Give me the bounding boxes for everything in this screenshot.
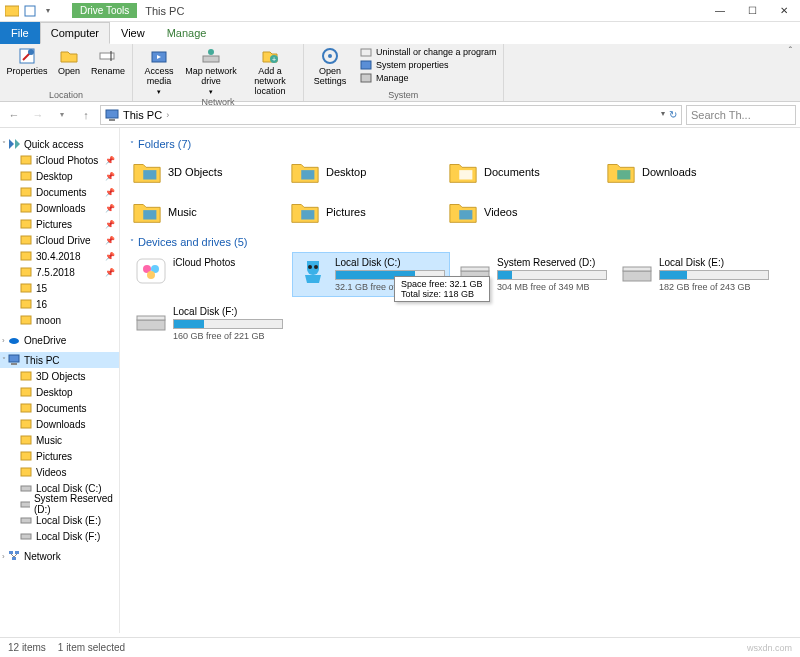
open-button[interactable]: Open — [54, 46, 84, 90]
svg-rect-33 — [9, 355, 19, 362]
address-bar[interactable]: This PC › ▾ ↻ — [100, 105, 682, 125]
address-bar-row: ← → ▾ ↑ This PC › ▾ ↻ Search Th... — [0, 102, 800, 128]
manage-button[interactable]: Manage — [360, 72, 497, 84]
folder-desktop[interactable]: Desktop — [288, 154, 438, 190]
uninstall-button[interactable]: Uninstall or change a program — [360, 46, 497, 58]
folder-videos[interactable]: Videos — [446, 194, 596, 230]
svg-rect-51 — [143, 170, 156, 179]
ribbon-collapse-icon[interactable]: ˆ — [781, 44, 800, 101]
sidebar-onedrive[interactable]: › OneDrive — [0, 332, 119, 348]
context-tab-label: Drive Tools — [72, 3, 137, 18]
sidebar-item-3d-objects[interactable]: 3D Objects — [0, 368, 119, 384]
sidebar-item-pictures[interactable]: Pictures📌 — [0, 216, 119, 232]
folder-documents[interactable]: Documents — [446, 154, 596, 190]
svg-rect-66 — [623, 271, 651, 281]
tab-manage[interactable]: Manage — [156, 22, 218, 44]
chevron-down-icon[interactable]: ˅ — [130, 238, 134, 247]
capacity-bar — [497, 270, 607, 280]
tab-view[interactable]: View — [110, 22, 156, 44]
pin-icon: 📌 — [105, 204, 115, 213]
folder-3d-objects[interactable]: 3D Objects — [130, 154, 280, 190]
system-properties-button[interactable]: System properties — [360, 59, 497, 71]
drive-local-disk-e-[interactable]: Local Disk (E:)182 GB free of 243 GB — [616, 252, 774, 297]
breadcrumb[interactable]: This PC — [123, 109, 162, 121]
folder-pictures[interactable]: Pictures — [288, 194, 438, 230]
chevron-right-icon[interactable]: › — [2, 552, 5, 561]
crumb-sep-icon[interactable]: › — [166, 110, 169, 120]
rename-button[interactable]: Rename — [90, 46, 126, 90]
navigation-pane[interactable]: ˅ Quick access iCloud Photos📌Desktop📌Doc… — [0, 128, 120, 633]
sidebar-item-7-5-2018[interactable]: 7.5.2018📌 — [0, 264, 119, 280]
sidebar-this-pc[interactable]: ˅ This PC — [0, 352, 119, 368]
search-input[interactable]: Search Th... — [686, 105, 796, 125]
drives-section-header[interactable]: ˅ Devices and drives (5) — [130, 236, 790, 248]
sidebar-network[interactable]: › Network — [0, 548, 119, 564]
sidebar-item-system-reserved-d-[interactable]: System Reserved (D:) — [0, 496, 119, 512]
pc-icon — [105, 108, 119, 122]
svg-rect-29 — [21, 284, 31, 292]
chevron-down-icon[interactable]: ˅ — [2, 140, 6, 149]
svg-rect-44 — [21, 518, 31, 523]
svg-rect-28 — [21, 268, 31, 276]
svg-rect-69 — [137, 316, 165, 320]
tab-file[interactable]: File — [0, 22, 40, 44]
back-button[interactable]: ← — [4, 105, 24, 125]
map-network-drive-button[interactable]: Map network drive ▾ — [185, 46, 237, 97]
sidebar-item-music[interactable]: Music — [0, 432, 119, 448]
chevron-down-icon[interactable]: ˅ — [130, 140, 134, 149]
svg-rect-14 — [361, 49, 371, 56]
ribbon: Properties Open Rename Location Access m… — [0, 44, 800, 102]
refresh-icon[interactable]: ↻ — [669, 109, 677, 120]
svg-rect-18 — [109, 119, 115, 121]
qat-dropdown-icon[interactable]: ▾ — [40, 3, 56, 19]
up-button[interactable]: ↑ — [76, 105, 96, 125]
close-button[interactable]: ✕ — [768, 0, 800, 22]
svg-point-61 — [147, 271, 155, 279]
sidebar-item-documents[interactable]: Documents📌 — [0, 184, 119, 200]
explorer-icon — [4, 3, 20, 19]
sidebar-item-30-4-2018[interactable]: 30.4.2018📌 — [0, 248, 119, 264]
content-pane[interactable]: ˅ Folders (7) 3D ObjectsDesktopDocuments… — [120, 128, 800, 633]
sidebar-item-15[interactable]: 15 — [0, 280, 119, 296]
add-network-location-button[interactable]: + Add a network location — [243, 46, 297, 97]
properties-qat-icon[interactable] — [22, 3, 38, 19]
folder-music[interactable]: Music — [130, 194, 280, 230]
tab-computer[interactable]: Computer — [40, 22, 110, 44]
drive-local-disk-f-[interactable]: Local Disk (F:)160 GB free of 221 GB — [130, 301, 288, 346]
capacity-bar — [173, 319, 283, 329]
chevron-right-icon[interactable]: › — [2, 336, 5, 345]
maximize-button[interactable]: ☐ — [736, 0, 768, 22]
sidebar-item-documents[interactable]: Documents — [0, 400, 119, 416]
sidebar-item-local-disk-e-[interactable]: Local Disk (E:) — [0, 512, 119, 528]
sidebar-item-icloud-photos[interactable]: iCloud Photos📌 — [0, 152, 119, 168]
folders-section-header[interactable]: ˅ Folders (7) — [130, 138, 790, 150]
minimize-button[interactable]: — — [704, 0, 736, 22]
folder-downloads[interactable]: Downloads — [604, 154, 754, 190]
sidebar-item-videos[interactable]: Videos — [0, 464, 119, 480]
properties-button[interactable]: Properties — [6, 46, 48, 90]
chevron-down-icon[interactable]: ˅ — [2, 356, 6, 365]
sidebar-item-desktop[interactable]: Desktop📌 — [0, 168, 119, 184]
sidebar-quick-access[interactable]: ˅ Quick access — [0, 136, 119, 152]
sidebar-item-pictures[interactable]: Pictures — [0, 448, 119, 464]
drive-icloud-photos[interactable]: iCloud Photos — [130, 252, 288, 297]
forward-button[interactable]: → — [28, 105, 48, 125]
recent-dropdown[interactable]: ▾ — [52, 105, 72, 125]
svg-rect-55 — [143, 210, 156, 219]
sidebar-item-desktop[interactable]: Desktop — [0, 384, 119, 400]
titlebar: ▾ Drive Tools This PC — ☐ ✕ — [0, 0, 800, 22]
sidebar-item-downloads[interactable]: Downloads — [0, 416, 119, 432]
svg-rect-15 — [361, 61, 371, 69]
capacity-bar — [659, 270, 769, 280]
pin-icon: 📌 — [105, 268, 115, 277]
svg-rect-67 — [623, 267, 651, 271]
svg-rect-25 — [21, 220, 31, 228]
open-settings-button[interactable]: Open Settings — [310, 46, 350, 87]
sidebar-item-local-disk-f-[interactable]: Local Disk (F:) — [0, 528, 119, 544]
sidebar-item-downloads[interactable]: Downloads📌 — [0, 200, 119, 216]
sidebar-item-16[interactable]: 16 — [0, 296, 119, 312]
access-media-button[interactable]: Access media ▾ — [139, 46, 179, 97]
history-dropdown-icon[interactable]: ▾ — [661, 109, 665, 120]
sidebar-item-moon[interactable]: moon — [0, 312, 119, 328]
sidebar-item-icloud-drive[interactable]: iCloud Drive📌 — [0, 232, 119, 248]
